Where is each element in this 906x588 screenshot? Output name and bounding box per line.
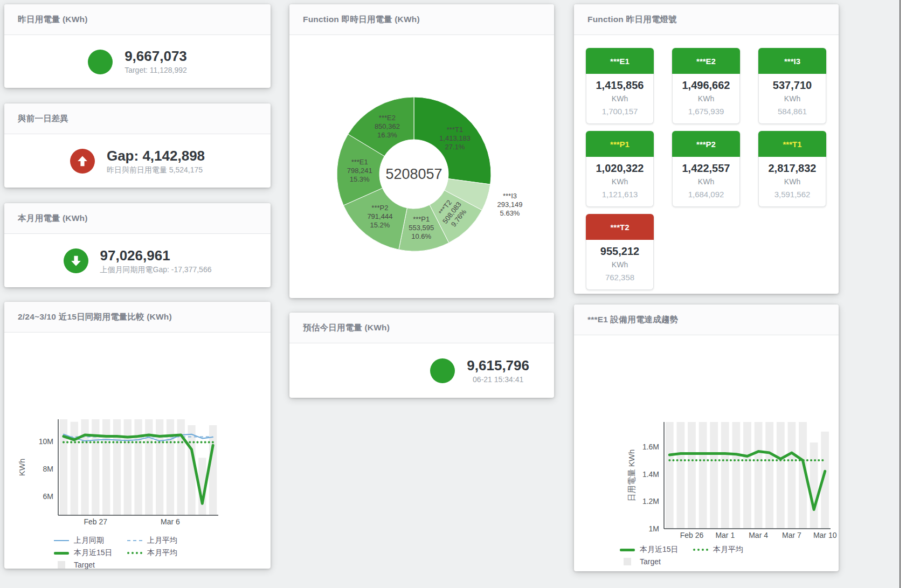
donut-slice-label: ***I3293,1495.63%: [497, 192, 523, 217]
arrow-up-icon: [70, 149, 95, 174]
trend-line-chart: 1M1.2M1.4M1.6MFeb 26Mar 1Mar 4Mar 7Mar 1…: [574, 335, 839, 543]
target-bar: [777, 422, 785, 529]
card-e1-trend-chart: ***E1 設備用電達成趨勢 1M1.2M1.4M1.6MFeb 26Mar 1…: [574, 305, 839, 571]
legend-marker: [58, 561, 65, 569]
device-tile-E1[interactable]: ***E11,415,856KWh1,700,157: [586, 48, 654, 124]
card-title: 2/24~3/10 近15日同期用電量比較 (KWh): [18, 312, 172, 323]
legend-label: Target: [640, 557, 661, 566]
device-usage-value: 1,422,557: [673, 161, 739, 176]
status-circle-icon: [88, 50, 113, 74]
y-tick-label: 1.2M: [642, 497, 659, 506]
legend-item-本月近15日[interactable]: 本月近15日: [54, 548, 127, 558]
legend-item-本月平均[interactable]: 本月平均: [127, 548, 200, 558]
device-unit: KWh: [673, 93, 739, 105]
legend-row: Target: [620, 557, 766, 566]
legend-marker: [127, 552, 142, 554]
device-target-value: 1,684,092: [673, 188, 739, 201]
target-bar: [102, 419, 110, 515]
target-bar: [188, 425, 195, 515]
legend-item-Target[interactable]: Target: [54, 561, 127, 569]
chart-legend: 上月同期上月平均本月近15日本月平均Target: [54, 536, 200, 569]
card-title: Function 即時日用電量 (KWh): [303, 14, 420, 25]
donut-center-value: 5208057: [385, 166, 442, 182]
card-realtime-donut: Function 即時日用電量 (KWh) ***T11,413,18327.1…: [289, 4, 554, 298]
card-title: 本月用電量 (KWh): [18, 213, 88, 224]
card-title: ***E1 設備用電達成趨勢: [587, 314, 678, 326]
legend-row: 本月近15日本月平均: [620, 545, 766, 555]
target-bar: [699, 422, 707, 529]
device-tile-label: ***I3: [758, 48, 826, 74]
x-tick-label: Mar 10: [813, 531, 837, 539]
device-target-value: 584,861: [759, 105, 826, 118]
card-header: Function 即時日用電量 (KWh): [289, 4, 554, 35]
device-unit: KWh: [586, 93, 653, 105]
card-header: 與前一日差異: [4, 103, 271, 134]
legend-item-本月平均[interactable]: 本月平均: [693, 545, 766, 555]
device-tile-P1[interactable]: ***P11,020,322KWh1,121,613: [586, 131, 654, 207]
card-today-estimate: 預估今日用電量 (KWh) 9,615,796 06-21 15:34:41: [289, 313, 554, 398]
target-bar: [666, 422, 674, 529]
device-usage-value: 2,817,832: [759, 161, 826, 176]
target-bar: [71, 422, 78, 515]
target-bar: [765, 422, 773, 529]
kpi-subtext: Target: 11,128,992: [125, 65, 187, 76]
kpi-value: 97,026,961: [100, 247, 212, 264]
x-tick-label: Mar 4: [749, 531, 768, 539]
device-target-value: 762,358: [586, 271, 653, 284]
device-tile-body: 955,212KWh762,358: [586, 240, 654, 290]
card-title: Function 昨日用電燈號: [587, 14, 677, 25]
target-bar: [124, 419, 132, 515]
device-unit: KWh: [586, 259, 653, 271]
y-tick-label: 6M: [43, 492, 53, 501]
scrollbar-track[interactable]: [900, 0, 906, 588]
donut-chart: ***T11,413,18327.1%***I3293,1495.63%***T…: [289, 35, 554, 299]
x-tick-label: Mar 7: [782, 531, 801, 539]
card-header: 本月用電量 (KWh): [4, 203, 271, 234]
target-bar: [209, 425, 217, 515]
legend-item-本月近15日[interactable]: 本月近15日: [620, 545, 693, 555]
kpi-value: 9,667,073: [125, 47, 187, 65]
card-day-gap: 與前一日差異 Gap: 4,142,898 昨日與前日用電量 5,524,175: [4, 103, 271, 188]
legend-label: 上月同期: [74, 536, 104, 545]
device-tile-label: ***T2: [586, 214, 654, 240]
x-tick-label: Feb 26: [680, 531, 704, 539]
device-tile-P2[interactable]: ***P21,422,557KWh1,684,092: [672, 131, 740, 207]
device-target-value: 1,121,613: [586, 188, 653, 201]
legend-marker: [624, 558, 631, 565]
kpi-value: Gap: 4,142,898: [107, 147, 205, 164]
target-bar: [732, 422, 741, 529]
device-target-value: 1,675,939: [673, 105, 739, 118]
device-tile-label: ***E2: [672, 48, 740, 74]
x-tick-label: Feb 27: [84, 517, 108, 526]
card-header: 預估今日用電量 (KWh): [289, 313, 554, 343]
legend-marker: [127, 540, 142, 541]
device-unit: KWh: [759, 176, 826, 188]
card-title: 昨日用電量 (KWh): [18, 14, 88, 25]
tiles-area: ***E11,415,856KWh1,700,157***E21,496,662…: [574, 35, 839, 290]
card-title: 與前一日差異: [18, 113, 68, 124]
device-target-value: 3,591,562: [759, 188, 826, 201]
legend-marker: [620, 549, 635, 551]
device-tile-I3[interactable]: ***I3537,710KWh584,861: [758, 48, 826, 124]
device-tile-label: ***T1: [758, 131, 826, 157]
target-bar: [167, 419, 174, 515]
legend-marker: [54, 540, 69, 541]
legend-marker: [54, 552, 69, 555]
device-tile-body: 1,422,557KWh1,684,092: [672, 157, 740, 207]
legend-item-上月同期[interactable]: 上月同期: [54, 536, 127, 545]
card-15day-compare-chart: 2/24~3/10 近15日同期用電量比較 (KWh) 6M8M10MFeb 2…: [4, 302, 271, 569]
device-tile-T2[interactable]: ***T2955,212KWh762,358: [586, 214, 654, 290]
legend-item-Target[interactable]: Target: [620, 557, 693, 566]
kpi-subtext: 昨日與前日用電量 5,524,175: [107, 164, 205, 176]
device-tile-T1[interactable]: ***T12,817,832KWh3,591,562: [758, 131, 826, 207]
kpi-subtext: 上個月同期用電Gap: -17,377,566: [100, 264, 212, 275]
card-header: ***E1 設備用電達成趨勢: [574, 305, 839, 335]
y-tick-label: 1M: [649, 524, 659, 533]
device-usage-value: 537,710: [759, 78, 826, 93]
target-bar: [156, 419, 163, 515]
legend-item-上月平均[interactable]: 上月平均: [127, 536, 200, 545]
y-tick-label: 1.6M: [642, 442, 659, 451]
target-bar: [710, 422, 718, 529]
kpi-text: Gap: 4,142,898 昨日與前日用電量 5,524,175: [107, 147, 205, 176]
device-tile-E2[interactable]: ***E21,496,662KWh1,675,939: [672, 48, 740, 124]
